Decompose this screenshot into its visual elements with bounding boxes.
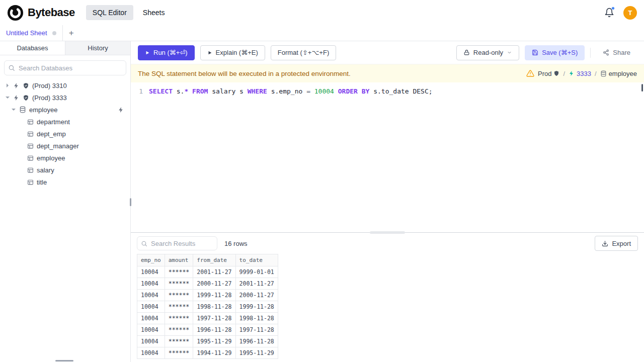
results-row[interactable]: 10004******2000-11-272001-11-27 (137, 278, 278, 290)
tab-history[interactable]: History (65, 41, 130, 55)
sidebar: Databases History (Prod) 3310 (0, 41, 131, 362)
results-cell: 1999-11-28 (193, 290, 235, 301)
sheet-tab-untitled[interactable]: Untitled Sheet (0, 25, 63, 41)
nav-sheets[interactable]: Sheets (136, 5, 172, 20)
sheet-close-dot[interactable] (52, 31, 56, 35)
add-sheet-button[interactable]: + (63, 25, 80, 41)
notification-bell-icon[interactable] (604, 8, 614, 18)
tree-table-salary[interactable]: salary (0, 164, 130, 176)
results-row[interactable]: 10004******1995-11-291996-11-28 (137, 336, 278, 347)
tree-table-employee[interactable]: employee (0, 152, 130, 164)
nav-sql-editor[interactable]: SQL Editor (86, 5, 133, 20)
caret-down-icon[interactable] (5, 95, 10, 100)
database-icon (600, 70, 607, 77)
results-column-header[interactable]: to_date (235, 254, 278, 266)
results-cell: 1994-11-29 (193, 347, 235, 359)
tree-instance-3310[interactable]: (Prod) 3310 (0, 79, 130, 92)
readonly-mode-button[interactable]: Read-only (456, 45, 519, 60)
sql-token: 10004 (314, 87, 334, 95)
results-cell: ****** (165, 336, 193, 347)
share-icon (603, 49, 609, 56)
play-icon (145, 50, 150, 55)
table-icon (27, 179, 34, 186)
results-table: emp_noamountfrom_dateto_date 10004******… (137, 254, 278, 359)
results-column-header[interactable]: emp_no (137, 254, 165, 266)
panel-resize-handle[interactable] (370, 231, 405, 234)
breadcrumb-instance[interactable]: 3333 (569, 70, 591, 77)
results-column-header[interactable]: from_date (193, 254, 235, 266)
tree-table-label: title (37, 178, 47, 186)
format-button[interactable]: Format (⇧+⌥+F) (271, 45, 336, 60)
toolbar-divider (590, 48, 591, 58)
results-row[interactable]: 10004******2001-11-279999-01-01 (137, 266, 278, 278)
environment-shield-icon (23, 82, 29, 89)
toolbar-right: Read-only Save (⌘+S) Share (456, 45, 637, 60)
results-row[interactable]: 10004******1996-11-281997-11-28 (137, 324, 278, 336)
caret-down-icon[interactable] (11, 107, 16, 112)
save-icon (532, 49, 538, 56)
tree-table-label: department (37, 118, 70, 126)
results-row[interactable]: 10004******1999-11-282000-11-27 (137, 290, 278, 301)
tree-table-label: dept_manager (37, 142, 79, 150)
sidebar-hscroll-thumb[interactable] (55, 360, 73, 361)
export-button[interactable]: Export (595, 236, 638, 251)
editor-vscroll-thumb[interactable] (641, 84, 643, 92)
run-label: Run (⌘+⏎) (153, 49, 188, 56)
tree-table-dept-emp[interactable]: dept_emp (0, 128, 130, 140)
explain-label: Explain (⌘+E) (216, 49, 258, 56)
results-cell: 9999-01-01 (235, 266, 278, 278)
tree-table-title[interactable]: title (0, 176, 130, 188)
tree-instance-label: (Prod) 3310 (32, 82, 67, 89)
results-row[interactable]: 10004******1997-11-281998-11-28 (137, 313, 278, 324)
instance-engine-icon (13, 95, 20, 101)
sql-editor[interactable]: 1 SELECT s.* FROM salary s WHERE s.emp_n… (131, 82, 644, 232)
search-results-input[interactable] (137, 236, 217, 250)
connection-breadcrumb: Prod / 3333 / employee (526, 69, 637, 77)
results-cell: 1997-11-28 (235, 324, 278, 336)
breadcrumb-database[interactable]: employee (600, 70, 637, 77)
connection-bolt-icon[interactable] (118, 107, 124, 113)
results-column-header[interactable]: amount (165, 254, 193, 266)
tree-database-label: employee (29, 106, 57, 114)
editor-line: 1 SELECT s.* FROM salary s WHERE s.emp_n… (131, 86, 644, 97)
sql-token: = (306, 87, 310, 95)
results-cell: 10004 (137, 278, 165, 290)
results-header-row: emp_noamountfrom_dateto_date (137, 254, 278, 266)
tree-table-department[interactable]: department (0, 116, 130, 128)
sidebar-tabs: Databases History (0, 41, 130, 55)
table-icon (27, 131, 34, 137)
tab-databases[interactable]: Databases (0, 41, 65, 55)
results-row[interactable]: 10004******1998-11-281999-11-28 (137, 301, 278, 313)
avatar[interactable]: T (623, 6, 637, 20)
share-button[interactable]: Share (596, 45, 637, 60)
tree-table-dept-manager[interactable]: dept_manager (0, 140, 130, 152)
explain-button[interactable]: Explain (⌘+E) (200, 45, 265, 60)
tree-database-employee[interactable]: employee (0, 104, 130, 116)
database-icon (19, 106, 26, 113)
sheet-tab-bar: Untitled Sheet + (0, 25, 644, 41)
results-cell: 2001-11-27 (235, 278, 278, 290)
sql-token: s. (173, 87, 184, 95)
environment-shield-icon (23, 95, 29, 101)
share-label: Share (613, 49, 630, 56)
table-icon (27, 119, 34, 125)
results-row[interactable]: 10004******1994-11-291995-11-29 (137, 347, 278, 359)
download-icon (602, 240, 608, 247)
sql-token: SELECT (149, 87, 173, 95)
search-icon (8, 64, 15, 71)
app-window: Bytebase SQL Editor Sheets T Untitled Sh… (0, 0, 644, 362)
run-button[interactable]: Run (⌘+⏎) (138, 45, 195, 60)
tree-instance-3333[interactable]: (Prod) 3333 (0, 92, 130, 104)
breadcrumb-separator: / (595, 70, 597, 77)
results-cell: 1996-11-28 (193, 324, 235, 336)
search-databases-input[interactable] (4, 60, 126, 75)
tree-table-label: dept_emp (37, 130, 66, 138)
results-search (137, 236, 217, 250)
caret-right-icon[interactable] (5, 83, 10, 88)
sheet-tab-label: Untitled Sheet (6, 29, 47, 37)
save-button[interactable]: Save (⌘+S) (525, 45, 585, 60)
results-cell: 10004 (137, 347, 165, 359)
table-icon (27, 143, 34, 149)
breadcrumb-environment[interactable]: Prod (538, 70, 559, 77)
topbar-right: T (604, 6, 637, 20)
